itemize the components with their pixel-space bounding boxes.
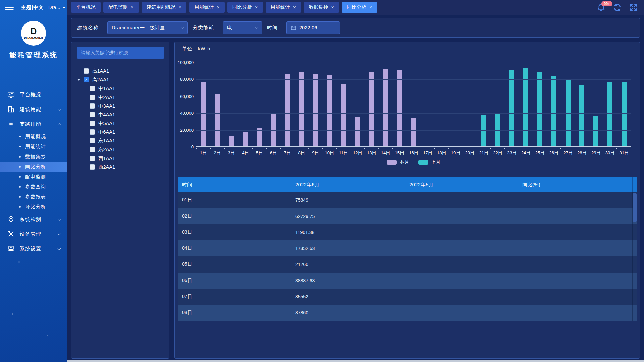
tree-item-中2AA1[interactable]: 中2AA1 bbox=[71, 93, 169, 102]
tree-item-中1AA1[interactable]: 中1AA1 bbox=[71, 84, 169, 93]
tree-checkbox[interactable] bbox=[90, 129, 95, 135]
tree-item-西1AA1[interactable]: 西1AA1 bbox=[71, 154, 169, 163]
filter-panel: 建筑名称： Draexlmaier一二级计量 分类能耗： 电 时间： 2022-… bbox=[71, 18, 640, 38]
tab-同比分析[interactable]: 同比分析× bbox=[227, 2, 263, 13]
table-body: 01日7584902日62729.7503日11901.3804日17352.6… bbox=[178, 192, 637, 321]
user-dropdown[interactable]: Dra... bbox=[48, 5, 65, 10]
sidebar-subitem-参数查询[interactable]: 参数查询 bbox=[0, 182, 67, 192]
legend-item-本月[interactable]: 本月 bbox=[387, 159, 409, 165]
tree-item-东1AA1[interactable]: 东1AA1 bbox=[71, 136, 169, 145]
tab-平台概况[interactable]: 平台概况 bbox=[71, 2, 101, 13]
sidebar-subitem-参数报表[interactable]: 参数报表 bbox=[0, 192, 67, 202]
x-tick-label: 20日 bbox=[463, 150, 477, 156]
y-tick-label: 100,000 bbox=[175, 60, 194, 65]
tree-checkbox[interactable] bbox=[90, 112, 95, 117]
table-scrollbar-thumb[interactable] bbox=[633, 193, 637, 222]
sidebar-subitem-环比分析[interactable]: 环比分析 bbox=[0, 202, 67, 212]
tree-checkbox[interactable] bbox=[90, 95, 95, 100]
table-cell: 11901.38 bbox=[291, 224, 405, 240]
sidebar-item-系统设置[interactable]: 系统设置 bbox=[0, 241, 67, 256]
bullet-icon bbox=[19, 156, 21, 158]
legend-item-上月[interactable]: 上月 bbox=[418, 159, 440, 165]
tab-用能统计[interactable]: 用能统计× bbox=[189, 2, 225, 13]
tree-checkbox[interactable] bbox=[90, 121, 95, 126]
tree-label: 中6AA1 bbox=[98, 129, 115, 135]
sidebar-item-建筑用能[interactable]: 建筑用能 bbox=[0, 102, 67, 117]
tree-label: 中1AA1 bbox=[98, 85, 115, 92]
fullscreen-icon[interactable] bbox=[629, 3, 638, 12]
tree-label: 东1AA1 bbox=[98, 138, 115, 144]
tree-panel: 高1AA1✓高2AA1中1AA1中2AA1中3AA1中4AA1中5AA1中6AA… bbox=[71, 42, 169, 359]
company-logo: D DRAXLMAIER bbox=[21, 21, 46, 46]
sidebar-subitem-同比分析[interactable]: 同比分析 bbox=[0, 162, 67, 172]
legend-label: 上月 bbox=[431, 159, 440, 165]
tab-建筑用能概况[interactable]: 建筑用能概况× bbox=[142, 2, 187, 13]
chart-x-axis: 1日2日3日4日5日6日7日8日9日10日11日12日13日14日15日16日1… bbox=[196, 150, 631, 156]
x-tick bbox=[337, 148, 351, 149]
energy-type-select[interactable]: 电 bbox=[223, 21, 262, 34]
tab-用能统计[interactable]: 用能统计× bbox=[266, 2, 301, 13]
tab-close-icon[interactable]: × bbox=[369, 5, 372, 10]
tree-checkbox[interactable] bbox=[90, 164, 95, 170]
tree-item-中3AA1[interactable]: 中3AA1 bbox=[71, 102, 169, 110]
sidebar-subitem-配电监测[interactable]: 配电监测 bbox=[0, 172, 67, 182]
x-tick bbox=[421, 148, 435, 149]
y-tick-label: 20,000 bbox=[175, 128, 194, 133]
bar-slot bbox=[477, 63, 491, 146]
tree-item-高2AA1[interactable]: ✓高2AA1 bbox=[71, 75, 169, 84]
chevron-down-icon bbox=[255, 25, 259, 29]
sidebar-item-系统检测[interactable]: 系统检测 bbox=[0, 212, 67, 227]
sidebar-item-设备管理[interactable]: 设备管理 bbox=[0, 227, 67, 241]
sidebar-subitem-用能概况[interactable]: 用能概况 bbox=[0, 131, 67, 141]
tree-search-input[interactable] bbox=[77, 47, 164, 59]
x-tick bbox=[561, 148, 575, 149]
tree-checkbox[interactable] bbox=[90, 103, 95, 109]
refresh-icon[interactable] bbox=[613, 3, 622, 12]
tree-item-中6AA1[interactable]: 中6AA1 bbox=[71, 128, 169, 136]
sidebar-subitem-数据集抄[interactable]: 数据集抄 bbox=[0, 152, 67, 162]
tab-close-icon[interactable]: × bbox=[255, 5, 258, 10]
tree-checkbox[interactable] bbox=[90, 147, 95, 152]
tree-item-高1AA1[interactable]: 高1AA1 bbox=[71, 67, 169, 75]
tree-item-东2AA1[interactable]: 东2AA1 bbox=[71, 145, 169, 154]
tab-close-icon[interactable]: × bbox=[293, 5, 296, 10]
hamburger-menu-icon[interactable] bbox=[5, 5, 14, 10]
table-cell bbox=[518, 224, 633, 240]
sidebar-subitem-用能统计[interactable]: 用能统计 bbox=[0, 141, 67, 152]
tab-close-icon[interactable]: × bbox=[131, 5, 134, 10]
tree-item-西2AA1[interactable]: 西2AA1 bbox=[71, 163, 169, 171]
tree-item-中5AA1[interactable]: 中5AA1 bbox=[71, 119, 169, 128]
menu-label: 建筑用能 bbox=[20, 106, 41, 113]
x-tick-label: 15日 bbox=[392, 150, 407, 156]
tree-expand-icon[interactable] bbox=[77, 79, 80, 81]
tab-同比分析[interactable]: 同比分析× bbox=[342, 2, 377, 13]
tree-checkbox[interactable] bbox=[90, 138, 95, 143]
tree-label: 高2AA1 bbox=[92, 77, 109, 83]
tree-item-中4AA1[interactable]: 中4AA1 bbox=[71, 110, 169, 119]
tab-配电监测[interactable]: 配电监测× bbox=[103, 2, 139, 13]
y-tick-label: 60,000 bbox=[175, 94, 194, 99]
x-tick bbox=[589, 148, 603, 149]
sidebar-item-支路用能[interactable]: 支路用能 bbox=[0, 117, 67, 131]
bar-本月 bbox=[327, 75, 332, 146]
horizontal-scrollbar[interactable] bbox=[67, 360, 644, 362]
tab-close-icon[interactable]: × bbox=[217, 5, 220, 10]
bar-slot bbox=[266, 63, 280, 146]
tree-checkbox[interactable] bbox=[90, 86, 95, 91]
sidebar-item-平台概况[interactable]: 平台概况 bbox=[0, 87, 67, 102]
tab-close-icon[interactable]: × bbox=[179, 5, 182, 10]
tree-checkbox[interactable]: ✓ bbox=[84, 77, 89, 82]
table-cell bbox=[405, 240, 518, 256]
notification-bell-icon[interactable]: 99+ bbox=[597, 3, 606, 12]
tree-checkbox[interactable] bbox=[84, 68, 89, 74]
theme-language-label[interactable]: 主题|中文 bbox=[21, 4, 44, 11]
bar-上月 bbox=[622, 82, 627, 146]
chevron-down-icon bbox=[58, 247, 61, 250]
tab-数据集抄[interactable]: 数据集抄× bbox=[304, 2, 339, 13]
building-select[interactable]: Draexlmaier一二级计量 bbox=[107, 21, 188, 34]
bar-上月 bbox=[551, 76, 556, 146]
tab-close-icon[interactable]: × bbox=[331, 5, 334, 10]
date-picker[interactable]: 2022-06 bbox=[286, 21, 340, 34]
bar-slot bbox=[589, 63, 603, 146]
tree-checkbox[interactable] bbox=[90, 156, 95, 161]
